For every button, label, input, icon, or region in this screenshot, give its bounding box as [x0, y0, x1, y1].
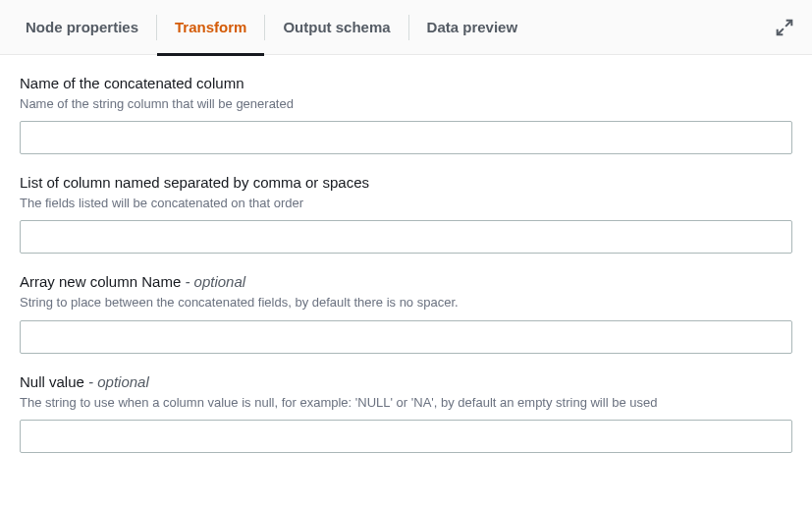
null-value-input[interactable]: [20, 420, 792, 453]
tab-label: Node properties: [26, 19, 138, 35]
field-array-new-column-name: Array new column Name - optional String …: [20, 271, 792, 353]
tab-label: Transform: [175, 19, 246, 35]
label-text: Null value: [20, 373, 84, 390]
field-description: The string to use when a column value is…: [20, 394, 792, 412]
field-label: List of column named separated by comma …: [20, 172, 792, 193]
field-description: The fields listed will be concatenated o…: [20, 195, 792, 212]
field-label: Null value - optional: [20, 371, 792, 392]
field-description: String to place between the concatenated…: [20, 294, 792, 312]
label-text: Array new column Name: [20, 273, 181, 290]
label-text: List of column named separated by comma …: [20, 174, 369, 191]
label-text: Name of the concatenated column: [20, 75, 244, 91]
optional-text: - optional: [181, 273, 245, 290]
field-null-value: Null value - optional The string to use …: [20, 371, 792, 453]
tab-label: Output schema: [283, 19, 390, 35]
array-new-column-name-input[interactable]: [20, 320, 792, 354]
concatenated-column-name-input[interactable]: [20, 121, 792, 154]
tabs-bar: Node properties Transform Output schema …: [0, 0, 812, 55]
optional-text: - optional: [84, 373, 149, 390]
column-list-input[interactable]: [20, 220, 792, 254]
field-concatenated-column-name: Name of the concatenated column Name of …: [20, 73, 792, 154]
tab-label: Data preview: [427, 19, 518, 35]
tab-data-preview[interactable]: Data preview: [409, 0, 536, 55]
field-description: Name of the string column that will be g…: [20, 95, 792, 113]
field-label: Array new column Name - optional: [20, 271, 792, 292]
field-column-list: List of column named separated by comma …: [20, 172, 792, 254]
form-body: Name of the concatenated column Name of …: [0, 55, 812, 494]
field-label: Name of the concatenated column: [20, 73, 792, 93]
tab-node-properties[interactable]: Node properties: [8, 0, 156, 55]
expand-icon[interactable]: [773, 16, 796, 39]
tab-output-schema[interactable]: Output schema: [265, 0, 407, 55]
tab-transform[interactable]: Transform: [157, 0, 264, 55]
